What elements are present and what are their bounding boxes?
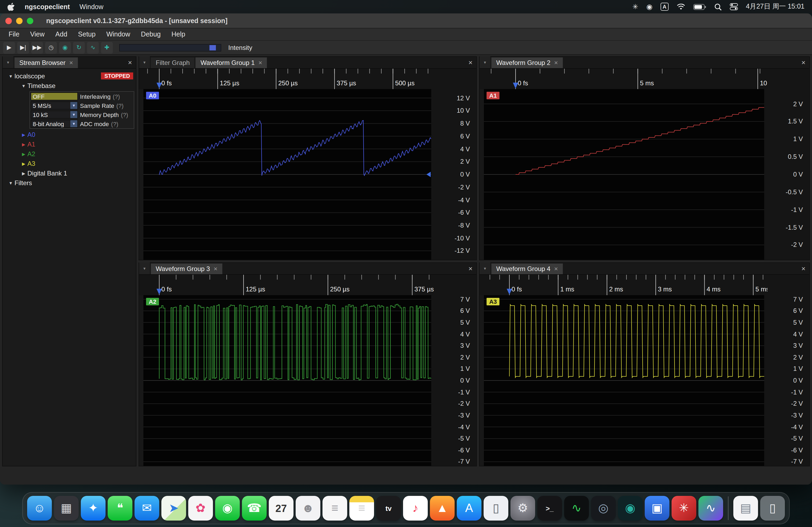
dock-messages[interactable]: ❝ [108, 496, 132, 521]
screen-mirroring-icon[interactable]: ◉ [646, 3, 653, 10]
tree-node-digital-bank[interactable]: ▶ Digital Bank 1 [3, 168, 136, 178]
close-panel-icon[interactable]: × [798, 262, 809, 274]
waveform-plot-area[interactable]: A2 [143, 295, 431, 466]
dock-photos[interactable]: ✿ [188, 496, 213, 521]
y-axis[interactable]: 7 V6 V5 V4 V3 V2 V1 V0 V-1 V-2 V-3 V-4 V… [764, 295, 809, 466]
timebase-button[interactable]: ◉ [59, 42, 71, 54]
battery-icon[interactable] [693, 3, 706, 10]
autoscale-button[interactable]: ∿ [87, 42, 99, 54]
intensity-slider-handle[interactable] [209, 45, 216, 50]
menu-setup[interactable]: Setup [73, 31, 101, 38]
timeline-ruler[interactable]: 0 fs125 µs250 µs375 µs500 µs [139, 69, 476, 89]
close-panel-icon[interactable]: × [465, 262, 476, 274]
channel-a2[interactable]: ▶A2 [3, 149, 136, 159]
close-tab-icon[interactable]: × [214, 265, 218, 273]
dock-signal-generator[interactable]: ∿ [698, 496, 723, 521]
caret-right-icon[interactable]: ▶ [20, 161, 27, 166]
caret-down-icon[interactable]: ▼ [7, 74, 14, 79]
tab-stream-browser[interactable]: Stream Browser × [14, 57, 78, 68]
menu-file[interactable]: File [3, 31, 25, 38]
combo-arrow-icon[interactable]: ▼ [70, 120, 77, 127]
waveform-plot-area[interactable]: A3 [484, 295, 764, 466]
dock-system-settings[interactable]: ⚙ [510, 496, 535, 521]
close-tab-icon[interactable]: × [554, 59, 558, 66]
close-panel-icon[interactable]: × [124, 56, 136, 68]
timeline-ruler[interactable]: 0 fs1 ms2 ms3 ms4 ms5 ms [480, 275, 809, 295]
tab-filter-graph[interactable]: Filter Graph [151, 57, 195, 68]
close-window-button[interactable] [5, 17, 12, 24]
arm-trigger-button[interactable]: ▶ [3, 42, 15, 54]
menu-window[interactable]: Window [101, 31, 135, 38]
fullscreen-button[interactable]: ✚ [101, 42, 113, 54]
menu-debug[interactable]: Debug [135, 31, 166, 38]
dock-notes[interactable]: ≡ [349, 496, 374, 521]
help-icon[interactable]: (?) [113, 93, 120, 100]
dock-maps[interactable]: ➤ [161, 496, 186, 521]
dock-finder[interactable]: ☺ [27, 496, 52, 521]
dock-downloads[interactable]: ▤ [733, 496, 758, 521]
dock-rocket[interactable]: ▲ [430, 496, 454, 521]
dock-mail[interactable]: ✉ [134, 496, 159, 521]
menubar-window-menu[interactable]: Window [79, 3, 103, 11]
channel-badge[interactable]: A2 [146, 298, 159, 305]
dock-terminal[interactable]: >_ [537, 496, 562, 521]
history-button[interactable]: ◷ [45, 42, 57, 54]
control-center-icon[interactable] [730, 3, 738, 11]
window-titlebar[interactable]: ngscopeclient v0.1.1-327-g2dbb45da - [un… [0, 13, 812, 28]
setting-combo[interactable]: 8-bit Analog▼ [31, 120, 78, 128]
dock-app-store[interactable]: A [457, 496, 481, 521]
zoom-window-button[interactable] [27, 17, 33, 24]
caret-down-icon[interactable]: ▼ [20, 84, 27, 88]
caret-right-icon[interactable]: ▶ [20, 142, 27, 147]
dock-glscopeclient[interactable]: ✳ [671, 496, 696, 521]
dock-iphone-mirroring[interactable]: ▯ [483, 496, 508, 521]
refresh-button[interactable]: ↻ [73, 42, 85, 54]
single-trigger-button[interactable]: ▶| [17, 42, 29, 54]
dock-ngscopeclient[interactable]: ◉ [618, 496, 642, 521]
close-tab-icon[interactable]: × [259, 59, 262, 66]
y-axis[interactable]: 12 V10 V8 V6 V4 V2 V0 V-2 V-4 V-6 V-8 V-… [431, 89, 476, 260]
timeline-ruler[interactable]: 0 fs5 ms10 ms [480, 69, 809, 89]
tab-list-icon[interactable]: ▾ [3, 56, 13, 68]
menu-add[interactable]: Add [50, 31, 73, 38]
dock-logic-analyzer[interactable]: ◎ [591, 496, 616, 521]
help-icon[interactable]: (?) [121, 111, 128, 118]
dock-trash[interactable]: ▯ [760, 496, 785, 521]
channel-badge[interactable]: A1 [487, 92, 499, 99]
tree-node-filters[interactable]: ▼ Filters [3, 178, 136, 188]
dock-cad-viewer[interactable]: ▣ [645, 496, 669, 521]
channel-a1[interactable]: ▶A1 [3, 139, 136, 149]
tab-waveform-group-3[interactable]: Waveform Group 3 × [151, 264, 222, 274]
tab-list-icon[interactable]: ▾ [480, 262, 490, 274]
dock-contacts[interactable]: ☻ [296, 496, 320, 521]
tree-node-timebase[interactable]: ▼ Timebase [3, 81, 136, 91]
force-trigger-button[interactable]: ▶▶ [31, 42, 43, 54]
dock-reminders[interactable]: ≡ [322, 496, 347, 521]
channel-badge[interactable]: A0 [146, 92, 159, 99]
y-axis[interactable]: 7 V6 V5 V4 V3 V2 V1 V0 V-1 V-2 V-3 V-4 V… [431, 295, 476, 466]
menu-view[interactable]: View [25, 31, 50, 38]
dock-launchpad[interactable]: ▦ [54, 496, 79, 521]
close-tab-icon[interactable]: × [554, 265, 558, 273]
asterisk-icon[interactable]: ✳ [632, 3, 638, 10]
menu-help[interactable]: Help [166, 31, 191, 38]
caret-right-icon[interactable]: ▶ [20, 171, 27, 176]
setting-combo[interactable]: 5 MS/s▼ [31, 102, 78, 109]
channel-a0[interactable]: ▶A0 [3, 130, 136, 139]
channel-a3[interactable]: ▶A3 [3, 159, 136, 168]
caret-right-icon[interactable]: ▶ [20, 132, 27, 137]
caret-right-icon[interactable]: ▶ [20, 152, 27, 156]
timeline-ruler[interactable]: 0 fs125 µs250 µs375 µs [139, 275, 476, 295]
interleaving-toggle[interactable]: OFF [31, 92, 78, 100]
menubar-app-name[interactable]: ngscopeclient [25, 3, 70, 11]
dock-safari[interactable]: ✦ [81, 496, 105, 521]
dock-music[interactable]: ♪ [403, 496, 428, 521]
dock-phone[interactable]: ☎ [242, 496, 267, 521]
input-source-icon[interactable]: A [661, 3, 669, 11]
menubar-clock[interactable]: 4月27日 周一 15:01 [746, 2, 804, 11]
spotlight-icon[interactable] [714, 3, 722, 11]
intensity-slider[interactable] [119, 44, 221, 51]
y-axis[interactable]: 2 V1.5 V1 V0.5 V0 V-0.5 V-1 V-1.5 V-2 V [764, 89, 809, 260]
minimize-window-button[interactable] [16, 17, 23, 24]
apple-menu[interactable] [8, 2, 15, 11]
